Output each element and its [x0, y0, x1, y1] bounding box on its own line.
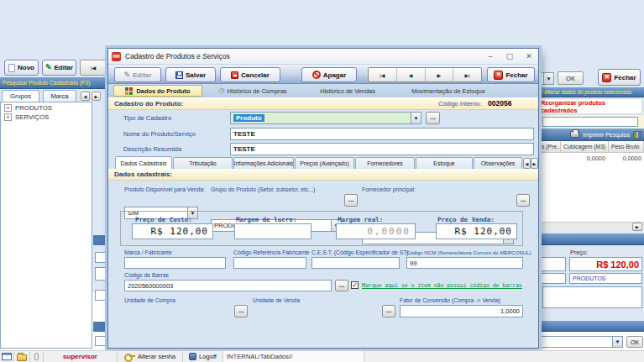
cest-input[interactable] [312, 257, 400, 269]
tab-historico-compras[interactable]: ◷ Histórico de Compras [206, 85, 300, 97]
internal-code-label: Código Interno: [438, 100, 481, 108]
dialog-close-icon[interactable]: ✕ [521, 50, 537, 61]
internal-code-value: 002056 [488, 99, 511, 108]
grid-column-peso-bruto[interactable]: Peso Bruto [609, 141, 644, 153]
preco-custo-label: Preço de Custo: [135, 216, 192, 223]
chevron-down-icon[interactable]: ▼ [543, 73, 553, 84]
status-grid-cell[interactable] [0, 351, 14, 362]
change-password-button[interactable]: Alterar senha [118, 351, 183, 362]
nav-next-icon[interactable]: ▶ [426, 68, 454, 81]
nome-produto-input[interactable]: TESTE [230, 128, 534, 140]
ok-button[interactable]: OK [558, 71, 584, 85]
subtab-informacoes-adicionais[interactable]: Informações Adicionais [233, 157, 294, 169]
subtab-dados-cadastrais[interactable]: Dados Cadastrais [115, 156, 172, 169]
subtab-scroll-left-icon[interactable]: ◀ [523, 158, 531, 169]
expand-icon[interactable]: + [4, 113, 12, 121]
codigo-barras-browse-button[interactable]: ... [335, 280, 348, 291]
tabs-scroll-left-icon[interactable]: ◀ [81, 92, 90, 101]
fator-conversao-input[interactable]: 1,0000 [400, 305, 523, 317]
chevron-down-icon[interactable]: ▼ [411, 113, 421, 123]
descricao-resumida-input[interactable]: TESTE [230, 143, 534, 155]
chevron-down-icon[interactable]: ▼ [612, 337, 622, 347]
preco-venda-label: Preço de Venda: [437, 216, 495, 223]
desktop: RR RRSoft - FlexCorp - Versão: 4.0.1087 … [0, 0, 644, 362]
tab-groups[interactable]: Grupos [2, 90, 39, 102]
status-user: supervisor [44, 351, 118, 362]
quick-filter-input[interactable] [542, 117, 638, 127]
no-barcode-checkbox-label[interactable]: Marque aqui se o item não possui código … [362, 282, 522, 289]
nav-last-icon[interactable]: ▶| [453, 68, 481, 81]
tab-movimentacao-estoque[interactable]: Movimentação de Estoque [395, 85, 501, 97]
tipo-cadastro-browse-button[interactable]: ... [426, 112, 440, 124]
codigo-referencia-input[interactable] [233, 257, 306, 269]
filter-header-bar [539, 321, 644, 332]
nav-first-icon[interactable]: |◀ [369, 68, 397, 81]
search-products-label: Pesquisar Produto Cadastrado (F3): [0, 80, 92, 86]
tab-historico-vendas[interactable]: Histórico de Vendas [303, 85, 392, 97]
subtab-precos-avancado[interactable]: Preços (Avançado) [295, 157, 354, 169]
cancel-button[interactable]: Cancelar [220, 67, 280, 82]
combo-fragment[interactable]: ▼ [540, 72, 554, 85]
unidade-compra-browse-button[interactable]: ... [234, 305, 248, 317]
codigo-barras-input[interactable]: 2020560000003 [124, 280, 332, 291]
unidade-venda-browse-button[interactable]: ... [382, 305, 395, 317]
tree-item-produtos[interactable]: + PRODUTOS [1, 102, 92, 112]
nav-prev-icon[interactable]: ◀ [397, 68, 426, 81]
tipo-cadastro-combo[interactable]: Produto ▼ [230, 112, 421, 124]
forbidden-icon [312, 71, 321, 79]
obscured-ui-fragment [95, 267, 107, 281]
dialog-maximize-icon[interactable]: ▢ [501, 50, 518, 61]
subtab-fornecedores[interactable]: Fornecedores [355, 157, 415, 169]
expand-icon[interactable]: + [4, 104, 12, 112]
print-search-button[interactable]: Imprimir Pesquisa [583, 132, 630, 138]
tab-dados-do-produto[interactable]: Dados do Produto [113, 85, 202, 97]
hscrollbar[interactable] [539, 222, 644, 232]
subtab-tributacao[interactable]: Tributação [173, 157, 233, 169]
subtab-observacoes[interactable]: Observações [474, 157, 522, 169]
no-barcode-checkbox[interactable]: ✓ [351, 281, 359, 289]
fornecedor-browse-button[interactable]: ... [516, 194, 530, 207]
subtab-scroll-right-icon[interactable]: ▶ [531, 158, 538, 169]
preco-venda-input[interactable]: R$ 120,00 [436, 223, 517, 239]
filter-ok-button[interactable]: OK [626, 336, 643, 348]
hscroll-right-icon[interactable]: ▶ [632, 223, 642, 231]
tabs-scroll-right-icon[interactable]: ▶ [92, 92, 101, 101]
tab-brand[interactable]: Marca [43, 90, 76, 102]
dialog-titlebar[interactable]: RR Cadastro de Produtos e Serviços – ▢ ✕ [108, 49, 538, 65]
export-grid-icon[interactable] [633, 131, 641, 139]
marca-fabricante-input[interactable] [124, 257, 226, 269]
reorganize-products-button[interactable]: Reorganizar produtos cadastrados [540, 98, 642, 114]
nav-first-button-fragment[interactable]: |◀ [80, 60, 107, 76]
obscured-ui-fragment [93, 235, 107, 245]
descricao-resumida-label: Descrição Resumida [123, 145, 181, 153]
preco-custo-input[interactable]: R$ 120,00 [132, 223, 213, 239]
edit-button[interactable]: ✎ Editar [42, 60, 76, 76]
ncm-input[interactable]: 99 [406, 257, 523, 269]
obscured-ui-fragment [95, 252, 107, 263]
grid-column-precos[interactable]: s (Pre... [539, 141, 561, 153]
margem-lucro-input[interactable] [234, 223, 312, 239]
pencil-icon: ✎ [45, 64, 52, 71]
margem-lucro-label: Margem de lucro: [236, 216, 296, 223]
close-window-button[interactable]: ✕ Fechar [598, 69, 641, 86]
grid-column-cubicagem[interactable]: Cubicagem (M3) [561, 141, 609, 153]
tree-item-servicos[interactable]: + SERVIÇOS [1, 112, 92, 121]
status-clip-cell[interactable] [30, 351, 44, 362]
logoff-button[interactable]: Logoff [183, 351, 223, 362]
delete-button[interactable]: Apagar [301, 67, 357, 82]
filter-combo-fragment[interactable]: ▼ [539, 336, 623, 348]
dialog-close-button[interactable]: ✕ Fechar [487, 67, 535, 82]
save-button[interactable]: Salvar [165, 67, 216, 82]
printer-icon [570, 131, 579, 138]
status-folder-cell[interactable] [14, 351, 30, 362]
new-button[interactable]: Novo [4, 60, 39, 76]
cest-label: C.E.S.T. (Código Especificador de ST) [312, 249, 409, 255]
dialog-minimize-icon[interactable]: – [482, 50, 499, 61]
floppy-icon [175, 71, 183, 79]
key-icon [124, 354, 135, 359]
grupo-produto-browse-button[interactable]: ... [344, 194, 358, 207]
subtab-estoque[interactable]: Estoque [416, 157, 473, 169]
status-path: INTERNAL/TabDados// [223, 351, 364, 362]
edit-record-button[interactable]: ✎ Editar [114, 67, 161, 82]
group-field: PRODUTOS [569, 273, 642, 284]
